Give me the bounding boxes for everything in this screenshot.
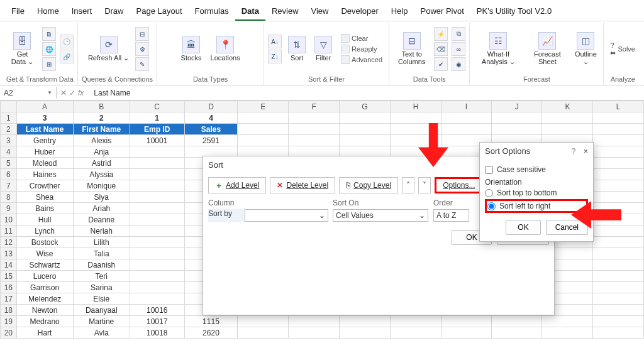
column-header[interactable]: B <box>73 101 130 112</box>
tab-home[interactable]: Home <box>31 4 65 21</box>
row-header[interactable]: 5 <box>1 158 17 169</box>
cell[interactable] <box>130 203 184 214</box>
row-header[interactable]: 9 <box>1 203 17 214</box>
column-header[interactable]: D <box>184 101 238 112</box>
cell[interactable] <box>593 282 644 293</box>
cell[interactable]: Lucero <box>16 271 73 282</box>
queries-icon[interactable]: ⊟ <box>135 27 149 41</box>
cell[interactable] <box>289 135 340 146</box>
cell[interactable]: Neriah <box>73 226 130 237</box>
row-header[interactable]: 19 <box>1 316 17 327</box>
cell[interactable] <box>542 124 593 135</box>
tab-developer[interactable]: Developer <box>335 4 384 21</box>
cell[interactable] <box>289 124 340 135</box>
cell[interactable]: 2 <box>73 112 130 124</box>
tab-draw[interactable]: Draw <box>98 4 130 21</box>
cell[interactable]: Schwartz <box>16 259 73 271</box>
tab-review[interactable]: Review <box>265 4 305 21</box>
reapply-button[interactable]: Reapply <box>338 44 385 54</box>
row-header[interactable]: 18 <box>1 305 17 316</box>
cell[interactable] <box>593 226 644 237</box>
cell[interactable]: 10016 <box>130 305 184 316</box>
data-validation-icon[interactable]: ✔ <box>434 57 448 71</box>
cell[interactable] <box>339 327 390 339</box>
cell[interactable]: Deanne <box>73 214 130 226</box>
copy-level-button[interactable]: ⎘Copy Level <box>339 177 398 193</box>
cell[interactable]: Mcleod <box>16 158 73 169</box>
cell[interactable] <box>593 192 644 203</box>
cell[interactable] <box>391 327 441 339</box>
row-header[interactable]: 17 <box>1 293 17 305</box>
cell[interactable]: Avla <box>73 327 130 339</box>
column-header[interactable]: I <box>441 101 491 112</box>
cell[interactable]: Monique <box>73 180 130 192</box>
sortby-column-select[interactable]: ⌄ <box>245 209 328 222</box>
cell[interactable]: 1 <box>130 112 184 124</box>
cell[interactable] <box>441 316 491 327</box>
relationships-icon[interactable]: ∞ <box>452 42 465 56</box>
cell[interactable] <box>593 316 644 327</box>
cell[interactable] <box>130 237 184 248</box>
cell[interactable] <box>593 180 644 192</box>
cell[interactable] <box>593 271 644 282</box>
row-header[interactable]: 12 <box>1 237 17 248</box>
cell[interactable]: Siya <box>73 192 130 203</box>
cancel-formula-icon[interactable]: ✕ <box>60 89 67 97</box>
cell[interactable]: Lynch <box>16 226 73 237</box>
cell[interactable]: Daanyaal <box>73 305 130 316</box>
cell[interactable]: Garrison <box>16 282 73 293</box>
cell[interactable] <box>391 316 441 327</box>
from-table-icon[interactable]: ⊞ <box>42 57 56 71</box>
advanced-button[interactable]: Advanced <box>338 55 385 65</box>
cell[interactable] <box>593 146 644 158</box>
cell[interactable]: First Name <box>73 124 130 135</box>
tab-page-layout[interactable]: Page Layout <box>130 4 189 21</box>
cell[interactable] <box>238 327 289 339</box>
cell[interactable]: Bostock <box>16 237 73 248</box>
options-button[interactable]: Options... <box>435 177 483 193</box>
tab-power-pivot[interactable]: Power Pivot <box>414 4 470 21</box>
cell[interactable]: 10017 <box>130 316 184 327</box>
cell[interactable] <box>130 158 184 169</box>
tab-pk-s-utility-tool-v2-0[interactable]: PK's Utility Tool V2.0 <box>470 4 558 21</box>
column-header[interactable]: G <box>339 101 390 112</box>
tab-formulas[interactable]: Formulas <box>189 4 235 21</box>
row-header[interactable]: 16 <box>1 282 17 293</box>
cell[interactable] <box>289 327 340 339</box>
sort-left-right-radio[interactable]: Sort left to right <box>485 199 588 213</box>
row-header[interactable]: 11 <box>1 226 17 237</box>
column-header[interactable]: E <box>238 101 289 112</box>
cell[interactable] <box>391 112 441 124</box>
sorton-select[interactable]: Cell Values⌄ <box>333 209 428 222</box>
data-model-icon[interactable]: ◉ <box>452 57 465 71</box>
cell[interactable]: Wise <box>16 248 73 259</box>
cell[interactable]: 4 <box>184 112 238 124</box>
edit-links-icon[interactable]: ✎ <box>135 57 149 71</box>
cell[interactable] <box>593 124 644 135</box>
cell[interactable] <box>492 327 542 339</box>
fx-icon[interactable]: fx <box>78 89 84 97</box>
cell[interactable]: 2591 <box>184 135 238 146</box>
cell[interactable]: Last Name <box>16 124 73 135</box>
formula-input[interactable]: Last Name <box>87 87 644 99</box>
order-select[interactable]: A to Z <box>433 209 469 222</box>
row-header[interactable]: 15 <box>1 271 17 282</box>
cell[interactable]: 1115 <box>184 316 238 327</box>
recent-sources-icon[interactable]: 🕑 <box>60 35 74 48</box>
cell[interactable] <box>492 124 542 135</box>
cell[interactable] <box>593 135 644 146</box>
cell[interactable] <box>238 316 289 327</box>
cell[interactable]: Hull <box>16 214 73 226</box>
cell[interactable]: Haines <box>16 169 73 180</box>
cell[interactable]: Shea <box>16 192 73 203</box>
cell[interactable] <box>130 259 184 271</box>
cell[interactable] <box>542 327 593 339</box>
tab-insert[interactable]: Insert <box>65 4 99 21</box>
column-header[interactable]: C <box>130 101 184 112</box>
tab-view[interactable]: View <box>305 4 335 21</box>
move-down-button[interactable]: ˅ <box>418 177 431 193</box>
cell[interactable] <box>130 169 184 180</box>
cell[interactable]: Talia <box>73 248 130 259</box>
outline-button[interactable]: ◫ Outline ⌄ <box>572 31 599 67</box>
cell[interactable] <box>130 248 184 259</box>
